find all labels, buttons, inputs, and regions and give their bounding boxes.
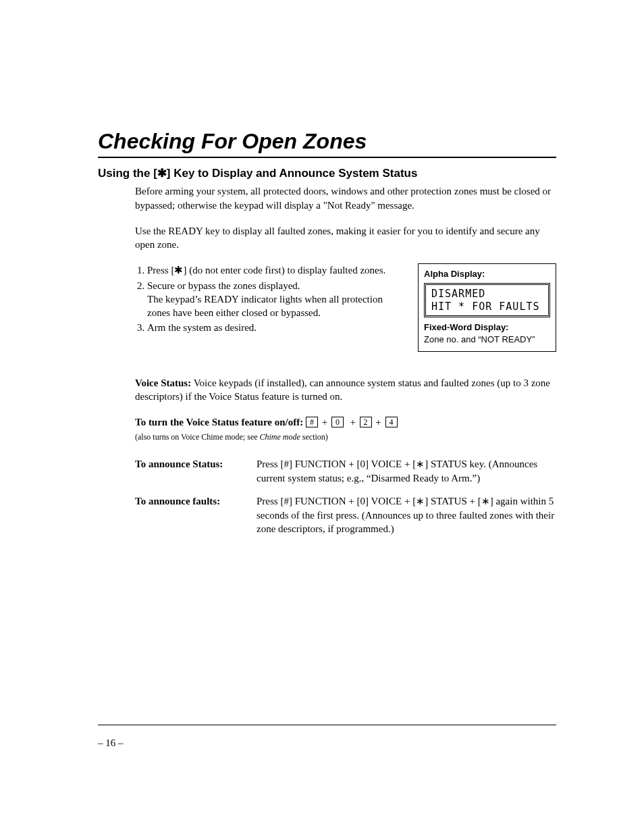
plus-icon: + bbox=[348, 417, 356, 427]
announce-status-label: To announce Status: bbox=[135, 457, 250, 485]
keycap-4: 4 bbox=[385, 417, 398, 427]
fixed-word-display: Fixed-Word Display: Zone no. and “NOT RE… bbox=[424, 321, 550, 345]
keycap-2: 2 bbox=[360, 417, 372, 427]
keycap-hash: # bbox=[306, 417, 318, 427]
voice-status-paragraph: Voice Status: Voice keypads (if installe… bbox=[135, 376, 556, 404]
fixed-word-title: Fixed-Word Display: bbox=[424, 322, 508, 332]
fixed-word-text: Zone no. and “NOT READY” bbox=[424, 334, 535, 344]
ready-paragraph: Use the READY key to display all faulted… bbox=[135, 224, 556, 252]
voice-note-c: section) bbox=[300, 432, 328, 442]
announce-status-row: To announce Status: Press [#] FUNCTION +… bbox=[135, 457, 556, 485]
voice-note-b: Chime mode bbox=[260, 432, 300, 442]
page-number: – 16 – bbox=[98, 737, 556, 749]
body-content: Before arming your system, all protected… bbox=[135, 184, 556, 536]
step-1: Press [✱] (do not enter code first) to d… bbox=[147, 263, 406, 277]
voice-status-text: Voice keypads (if installed), can announ… bbox=[135, 377, 550, 402]
display-column: Alpha Display: DISARMED HIT * FOR FAULTS… bbox=[418, 263, 556, 351]
step-2: Secure or bypass the zones displayed. Th… bbox=[147, 279, 406, 320]
display-box: Alpha Display: DISARMED HIT * FOR FAULTS… bbox=[418, 263, 556, 351]
lcd-screen: DISARMED HIT * FOR FAULTS bbox=[424, 283, 550, 318]
alpha-display-label: Alpha Display: bbox=[424, 268, 550, 280]
announce-status-text: Press [#] FUNCTION + [0] VOICE + [∗] STA… bbox=[257, 457, 556, 485]
plus-icon: + bbox=[375, 417, 381, 427]
plus-icon: + bbox=[322, 417, 327, 427]
step-2-line-b: The keypad’s READY indicator lights when… bbox=[147, 294, 383, 318]
page-title: Checking For Open Zones bbox=[98, 128, 556, 158]
announce-faults-text: Press [#] FUNCTION + [0] VOICE + [∗] STA… bbox=[257, 494, 556, 536]
voice-toggle-label: To turn the Voice Status feature on/off: bbox=[135, 417, 306, 427]
step-3: Arm the system as desired. bbox=[147, 321, 406, 334]
voice-note-a: (also turns on Voice Chime mode; see bbox=[135, 432, 260, 442]
footer-rule bbox=[98, 725, 556, 725]
announce-faults-row: To announce faults: Press [#] FUNCTION +… bbox=[135, 494, 556, 536]
section-heading: Using the [✱] Key to Display and Announc… bbox=[98, 166, 556, 180]
intro-paragraph: Before arming your system, all protected… bbox=[135, 184, 556, 212]
lcd-line-2: HIT * FOR FAULTS bbox=[431, 301, 543, 313]
announce-faults-label: To announce faults: bbox=[135, 494, 250, 536]
steps-column: Press [✱] (do not enter code first) to d… bbox=[135, 263, 406, 336]
step-2-line-a: Secure or bypass the zones displayed. bbox=[147, 280, 300, 291]
voice-toggle-line: To turn the Voice Status feature on/off:… bbox=[135, 415, 556, 429]
steps-list: Press [✱] (do not enter code first) to d… bbox=[135, 263, 406, 334]
document-page: Checking For Open Zones Using the [✱] Ke… bbox=[0, 0, 644, 834]
steps-and-display-row: Press [✱] (do not enter code first) to d… bbox=[135, 263, 556, 351]
page-footer: – 16 – bbox=[98, 725, 556, 749]
lcd-line-1: DISARMED bbox=[431, 288, 543, 301]
voice-status-label: Voice Status: bbox=[135, 377, 191, 388]
voice-toggle-note: (also turns on Voice Chime mode; see Chi… bbox=[135, 432, 556, 442]
keycap-0: 0 bbox=[331, 417, 344, 427]
spacer bbox=[135, 352, 556, 376]
